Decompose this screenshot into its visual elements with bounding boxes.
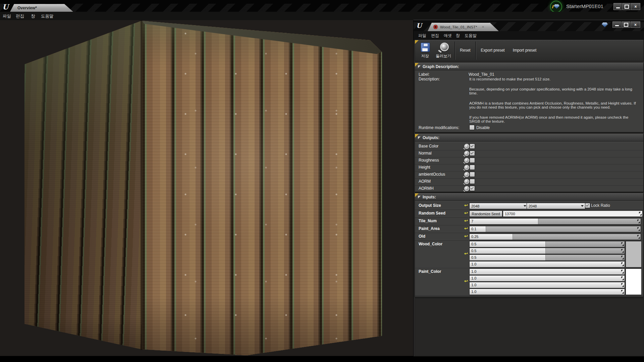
reset-value-icon[interactable]: ↩ [464,251,468,256]
panel-menu-asset[interactable]: 애셋 [444,33,452,39]
menu-window[interactable]: 창 [31,13,35,19]
reset-button[interactable]: Reset [457,40,474,60]
viewport[interactable] [0,20,413,356]
panel-menu-edit[interactable]: 편집 [431,33,439,39]
main-restore-button[interactable] [622,3,631,10]
panel-toolbar: 저장 둘러보기 Reset Export preset Import prese… [415,40,644,61]
panel-close-button[interactable]: × [631,21,640,28]
drag-corner-icon[interactable] [621,283,624,287]
output-size-width-select[interactable]: 2048 [469,203,528,209]
output-size-height-select[interactable]: 2048 [527,203,585,209]
menu-help[interactable]: 도움말 [41,13,54,19]
paint-area-slider[interactable]: 0.1 [469,226,641,232]
preview-magnifier-icon[interactable] [464,172,469,177]
inputs-section: Inputs: Output Size ↩ 2048 2048 Lock Rat… [415,193,644,297]
wood-cube[interactable] [24,20,413,356]
preview-magnifier-icon[interactable] [464,158,469,163]
main-menubar: 파일 편집 창 도움말 [0,12,644,20]
reset-value-icon[interactable]: ↩ [464,211,468,215]
paint-color-b-slider[interactable]: 1.0 [469,282,625,288]
inputs-header[interactable]: Inputs: [415,193,643,201]
graph-description-section: Graph Description: Label: Wood_Tile_01 D… [415,63,644,132]
outputs-section: Outputs: Base Color Normal Roughness Hei… [415,134,644,192]
wood-color-b-slider[interactable]: 0.5 [469,254,625,261]
wood-color-swatch[interactable] [626,241,642,267]
reset-value-icon[interactable]: ↩ [464,203,468,207]
preview-magnifier-icon[interactable] [464,144,469,149]
wood-color-a-slider[interactable]: 1.0 [469,261,625,267]
lock-ratio-checkbox[interactable] [585,203,590,208]
output-checkbox[interactable] [470,150,475,156]
outputs-header[interactable]: Outputs: [415,134,643,141]
panel-empty-area [415,298,644,356]
drag-corner-icon[interactable] [639,212,642,216]
tile-num-slider[interactable]: 7 [469,218,641,225]
main-minimize-button[interactable] [613,3,622,10]
drag-corner-icon[interactable] [621,256,624,259]
drag-corner-icon[interactable] [621,270,624,274]
graph-description-header[interactable]: Graph Description: [415,63,643,70]
drag-corner-icon[interactable] [621,277,624,280]
preview-magnifier-icon[interactable] [464,186,469,191]
paint-color-g-slider[interactable]: 1.0 [469,275,625,282]
slider-fill [470,276,625,281]
panel-maximize-button[interactable] [622,21,631,28]
paint-color-swatch[interactable] [626,268,642,295]
menu-edit[interactable]: 편집 [16,13,24,19]
drag-corner-icon[interactable] [621,290,624,294]
output-checkbox[interactable] [470,186,475,191]
old-row: Old ↩ 0.25 [415,232,643,241]
wood-color-group: Wood_Color ↩ 0.5 0.5 0.5 [415,240,643,268]
graph-description-title: Graph Description: [423,64,459,69]
panel-menu-help[interactable]: 도움말 [465,33,477,39]
random-seed-field[interactable]: 13700 [503,210,643,217]
output-checkbox[interactable] [470,172,475,177]
drag-corner-icon[interactable] [637,220,640,223]
tab-wood-tile-inst[interactable]: Wood_Tile_01_INST* × [428,23,499,31]
paint-color-r-slider[interactable]: 1.0 [469,268,625,275]
preview-magnifier-icon[interactable] [464,165,469,170]
disable-checkbox[interactable] [469,125,475,130]
paint-color-label: Paint_Color [419,269,441,274]
toolbar-corner [415,40,419,44]
save-button[interactable]: 저장 [417,41,433,60]
drag-corner-icon[interactable] [637,227,640,231]
preview-magnifier-icon[interactable] [464,179,469,184]
old-slider[interactable]: 0.25 [469,234,641,240]
output-checkbox[interactable] [470,143,475,149]
output-checkbox[interactable] [470,179,475,184]
reset-value-icon[interactable]: ↩ [464,234,468,238]
drag-corner-icon[interactable] [637,235,640,239]
paint-color-a-slider[interactable]: 1.0 [469,289,625,295]
drag-corner-icon[interactable] [621,242,624,246]
output-checkbox[interactable] [470,158,475,163]
paint-color-group: Paint_Color ↩ 1.0 1.0 1.0 [415,267,643,296]
reset-value-icon[interactable]: ↩ [464,279,468,283]
wood-color-g-slider[interactable]: 0.5 [469,248,625,254]
import-preset-button[interactable]: Import preset [509,40,540,60]
output-checkbox[interactable] [470,165,475,170]
reset-value-icon[interactable]: ↩ [464,226,468,231]
main-close-button[interactable]: × [631,3,640,10]
panel-menu-file[interactable]: 파일 [418,33,426,39]
bottom-strip [0,356,644,362]
description-paragraph: Because, depending on your computer spec… [469,87,640,96]
label-key: Label: [419,72,430,77]
drag-corner-icon[interactable] [621,262,624,266]
browse-button[interactable]: 둘러보기 [434,41,453,60]
tab-overview[interactable]: Overview* [10,4,73,12]
randomize-seed-button[interactable]: Randomize Seed [469,210,502,217]
slider-fill [470,282,625,288]
panel-menu-window[interactable]: 창 [456,33,460,39]
wood-color-r-slider[interactable]: 0.5 [469,241,625,247]
unreal-logo-icon: U [2,3,8,11]
menu-file[interactable]: 파일 [3,13,11,19]
drag-corner-icon[interactable] [621,249,624,253]
panel-minimize-button[interactable] [612,21,622,28]
output-size-row: Output Size ↩ 2048 2048 Lock Ratio [415,201,643,210]
old-value: 0.25 [471,235,478,239]
tab-close-icon[interactable]: × [482,25,484,29]
reset-value-icon[interactable]: ↩ [464,219,468,223]
preview-magnifier-icon[interactable] [464,151,469,156]
export-preset-button[interactable]: Export preset [478,40,507,60]
